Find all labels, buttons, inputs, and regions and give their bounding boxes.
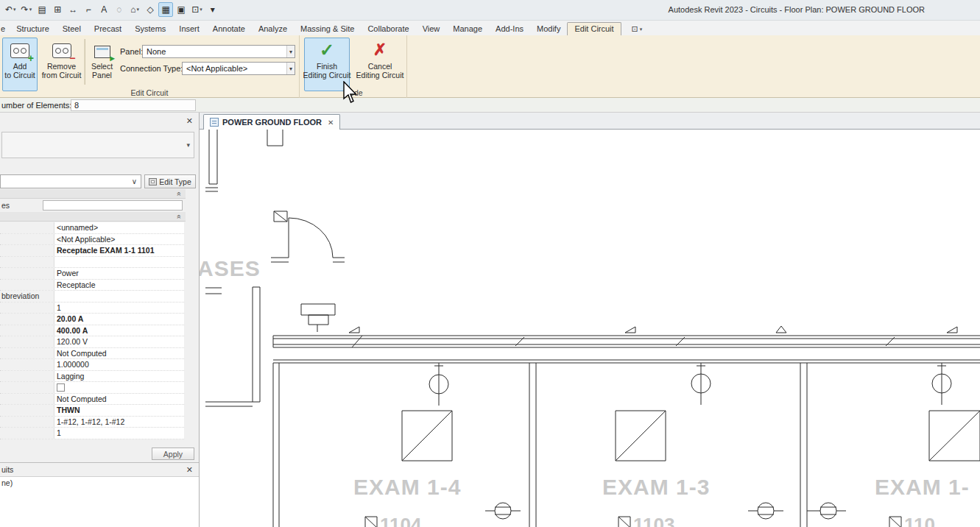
property-row[interactable]: 1 [0,303,184,314]
tab-annotate[interactable]: Annotate [206,22,252,35]
property-value[interactable]: THWN [54,405,184,416]
property-row[interactable]: THWN [0,405,184,417]
room-number: 110 [904,514,935,527]
cancel-cross-icon: ✗ [373,40,387,60]
tab-architecture-fragment[interactable]: e [0,22,10,35]
properties-filter-dropdown[interactable]: ∨ [0,174,141,188]
tab-view[interactable]: View [416,22,447,35]
view-tab[interactable]: POWER GROUND FLOOR ✕ [203,114,340,130]
tab-manage[interactable]: Manage [446,22,489,35]
cancel-editing-circuit-button[interactable]: ✗ Cancel Editing Circuit [356,38,404,91]
property-value[interactable]: 1 [54,428,184,439]
remove-from-circuit-button[interactable]: − Remove from Circuit [41,38,82,91]
property-row[interactable]: Not Computed [0,394,184,406]
text-icon[interactable]: A [96,2,111,17]
property-row[interactable]: Power [0,268,184,280]
room-number: 1103 [633,514,674,527]
tab-massing-site[interactable]: Massing & Site [294,22,361,35]
add-to-circuit-icon: + [10,43,29,58]
print-icon[interactable]: ▤ [35,2,49,17]
default-3d-view-icon[interactable]: ⌂ [127,2,142,17]
select-panel-button[interactable]: ▸ Select Panel [87,38,117,91]
property-row[interactable]: Receptacle EXAM 1-1 1101 [0,245,184,257]
aligned-dimension-icon[interactable]: ⌐ [81,2,96,17]
switch-windows-icon[interactable]: ⊡ [189,2,205,17]
bottom-panel-close-icon[interactable]: ✕ [186,465,193,475]
ribbon-display-toggle-icon[interactable]: ⊡ ▾ [632,24,643,34]
property-value[interactable]: 400.00 A [54,325,184,336]
property-value[interactable]: Power [54,268,184,279]
collapse-icon[interactable]: » [175,215,184,219]
property-value[interactable]: 1-#12, 1-#12, 1-#12 [54,417,184,428]
tab-collaborate[interactable]: Collaborate [361,22,415,35]
view-tab-close-icon[interactable]: ✕ [328,119,334,127]
property-label [0,359,54,370]
tag-icon[interactable]: ◌ [112,2,127,17]
redo-icon[interactable]: ↷ [19,2,35,17]
tab-edit-circuit[interactable]: Edit Circuit [567,22,621,35]
edit-type-button[interactable]: Edit Type [144,174,196,188]
property-value[interactable]: 20.00 A [54,314,184,325]
tab-precast[interactable]: Precast [88,22,128,35]
list-item[interactable]: ne) [0,477,199,487]
tab-add-ins[interactable]: Add-Ins [489,22,530,35]
add-to-circuit-button[interactable]: + Add to Circuit [2,38,38,91]
property-row[interactable]: Receptacle [0,280,184,291]
property-row[interactable]: 1-#12, 1-#12, 1-#12 [0,417,184,428]
chevron-down-icon[interactable]: ▾ [286,46,295,57]
section-header[interactable]: » [0,189,186,199]
bottom-panel-list[interactable]: ne) [0,476,199,527]
sheet-icon[interactable]: ⊞ [50,2,65,17]
tab-modify[interactable]: Modify [530,22,567,35]
property-row[interactable]: 120.00 V [0,336,184,348]
view-area: POWER GROUND FLOOR ✕ [200,113,980,527]
section-icon[interactable]: ◇ [143,2,158,17]
tab-analyze[interactable]: Analyze [252,22,294,35]
customize-qat-icon[interactable]: ▾ [205,2,220,17]
tab-systems[interactable]: Systems [128,22,172,35]
section-header[interactable]: » [0,212,186,222]
property-value[interactable]: Lagging [54,371,184,382]
property-row[interactable]: bbreviation [0,291,184,303]
undo-icon[interactable]: ↶ [3,2,18,17]
property-value[interactable] [54,257,184,268]
property-value[interactable]: 120.00 V [54,336,184,347]
drawing-canvas[interactable]: EXAM 1-4 EXAM 1-3 EXAM 1- 1104 1103 110 … [200,130,980,527]
thin-lines-icon[interactable]: ▦ [158,2,173,17]
type-selector[interactable]: ▾ [1,132,194,158]
property-row[interactable]: <unnamed> [0,222,184,234]
tab-steel[interactable]: Steel [56,22,88,35]
tab-structure[interactable]: Structure [10,22,56,35]
property-row[interactable] [0,382,184,394]
close-hidden-windows-icon[interactable]: ▣ [174,2,188,17]
chevron-down-icon[interactable]: ▾ [286,63,295,74]
properties-close-icon[interactable]: ✕ [186,116,193,126]
property-row[interactable]: 1.000000 [0,359,184,371]
property-label [0,257,54,268]
property-row[interactable]: 400.00 A [0,325,184,337]
property-row[interactable]: 20.00 A [0,314,184,325]
measure-icon[interactable]: ↔ [66,2,80,17]
property-row[interactable]: 1 [0,428,184,439]
property-value[interactable]: Receptacle [54,280,184,291]
property-row[interactable]: <Not Applicable> [0,234,184,246]
property-row[interactable] [0,257,184,269]
property-value[interactable]: Not Computed [54,394,184,405]
property-value[interactable] [54,382,184,393]
property-value[interactable]: 1.000000 [54,359,184,370]
panel-dropdown[interactable]: None ▾ [142,45,295,58]
property-value[interactable]: Not Computed [54,348,184,359]
property-value[interactable]: 1 [54,303,184,314]
properties-filter-input[interactable] [43,200,183,211]
mouse-cursor [343,81,361,105]
property-value[interactable]: <unnamed> [54,222,184,233]
property-row[interactable]: Lagging [0,371,184,383]
property-value[interactable]: Receptacle EXAM 1-1 1101 [54,245,184,256]
collapse-icon[interactable]: » [175,192,184,197]
property-value[interactable] [54,291,184,302]
apply-button[interactable]: Apply [152,448,194,460]
property-row[interactable]: Not Computed [0,348,184,360]
property-value[interactable]: <Not Applicable> [54,234,184,245]
tab-insert[interactable]: Insert [172,22,206,35]
connection-type-dropdown[interactable]: <Not Applicable> ▾ [182,62,295,75]
